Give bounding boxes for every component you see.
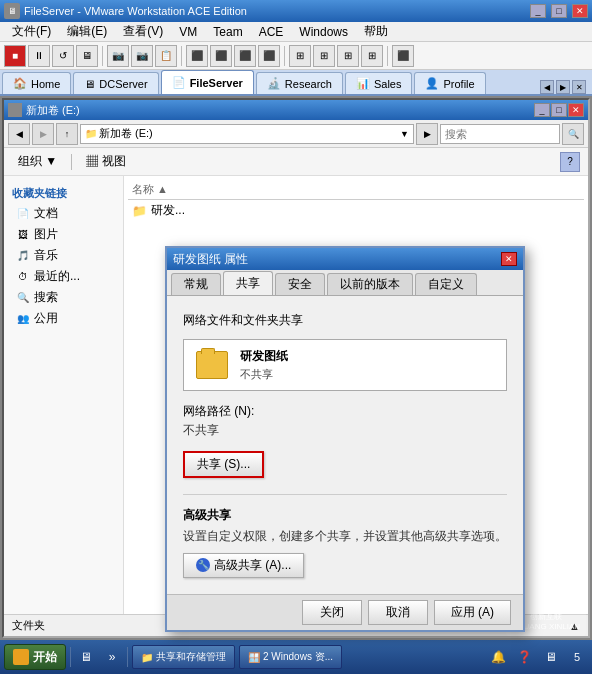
- taskbar-icon-3[interactable]: 🖥: [540, 646, 562, 668]
- tab-dcserver[interactable]: 🖥 DCServer: [73, 72, 158, 94]
- dialog-tab-previous[interactable]: 以前的版本: [327, 273, 413, 295]
- network-path-value: 不共享: [183, 422, 507, 439]
- share-button[interactable]: 共享 (S)...: [183, 451, 264, 478]
- share-status-text: 不共享: [240, 367, 288, 382]
- tab-next[interactable]: ▶: [556, 80, 570, 94]
- toolbar-btn-5[interactable]: 📷: [107, 45, 129, 67]
- share-folder-info: 研发图纸 不共享: [240, 348, 288, 382]
- start-icon: [13, 649, 29, 665]
- dialog-tab-sharing[interactable]: 共享: [223, 271, 273, 295]
- tab-sales[interactable]: 📊 Sales: [345, 72, 413, 94]
- toolbar-btn-8[interactable]: ⬛: [186, 45, 208, 67]
- taskbar-arrow[interactable]: »: [101, 646, 123, 668]
- dialog-tab-bar: 常规 共享 安全 以前的版本 自定义: [167, 270, 523, 296]
- dialog-close-button[interactable]: 关闭: [302, 600, 362, 625]
- profile-icon: 👤: [425, 77, 439, 90]
- taskbar-btn-sharing[interactable]: 📁 共享和存储管理: [132, 645, 235, 669]
- taskbar-btn-windows[interactable]: 🪟 2 Windows 资...: [239, 645, 342, 669]
- sales-icon: 📊: [356, 77, 370, 90]
- toolbar-btn-16[interactable]: ⬛: [392, 45, 414, 67]
- tab-close[interactable]: ✕: [572, 80, 586, 94]
- tab-more: ◀ ▶ ✕: [536, 80, 590, 94]
- start-button[interactable]: 开始: [4, 644, 66, 670]
- advanced-section-title: 高级共享: [183, 507, 507, 524]
- menu-team[interactable]: Team: [205, 23, 250, 41]
- toolbar-btn-6[interactable]: 📷: [131, 45, 153, 67]
- maximize-button[interactable]: □: [551, 4, 567, 18]
- dialog-properties: 研发图纸 属性 ✕ 常规 共享 安全 以前的版本 自定义 网络文件和文件夹共享: [165, 246, 525, 632]
- title-bar: 🖥 FileServer - VMware Workstation ACE Ed…: [0, 0, 592, 22]
- share-info-box: 研发图纸 不共享: [183, 339, 507, 391]
- tab-fileserver[interactable]: 📄 FileServer: [161, 70, 254, 94]
- toolbar-btn-4[interactable]: 🖥: [76, 45, 98, 67]
- advanced-desc: 设置自定义权限，创建多个共享，并设置其他高级共享选项。: [183, 528, 507, 545]
- app-icon: 🖥: [4, 3, 20, 19]
- taskbar-sound-icon[interactable]: ❓: [514, 646, 536, 668]
- menu-help[interactable]: 帮助: [356, 21, 396, 42]
- network-path-label: 网络路径 (N):: [183, 403, 507, 420]
- tab-home[interactable]: 🏠 Home: [2, 72, 71, 94]
- fileserver-icon: 📄: [172, 76, 186, 89]
- windows-icon: 🪟: [248, 652, 260, 663]
- dialog-content: 网络文件和文件夹共享 研发图纸 不共享 网络路径 (N): 不共享 共享 (S)…: [167, 296, 523, 594]
- advanced-section: 高级共享 设置自定义权限，创建多个共享，并设置其他高级共享选项。 🔧 高级共享 …: [183, 494, 507, 578]
- advanced-icon: 🔧: [196, 558, 210, 572]
- toolbar-btn-9[interactable]: ⬛: [210, 45, 232, 67]
- menu-ace[interactable]: ACE: [251, 23, 292, 41]
- menu-view[interactable]: 查看(V): [115, 21, 171, 42]
- menu-bar: 文件(F) 编辑(E) 查看(V) VM Team ACE Windows 帮助: [0, 22, 592, 42]
- dialog-cancel-button[interactable]: 取消: [368, 600, 428, 625]
- tab-research[interactable]: 🔬 Research: [256, 72, 343, 94]
- toolbar-btn-2[interactable]: ⏸: [28, 45, 50, 67]
- clock: 5: [566, 651, 588, 663]
- dialog-close-btn[interactable]: ✕: [501, 252, 517, 266]
- research-icon: 🔬: [267, 77, 281, 90]
- dialog-tab-general[interactable]: 常规: [171, 273, 221, 295]
- menu-edit[interactable]: 编辑(E): [59, 21, 115, 42]
- dialog-tab-security[interactable]: 安全: [275, 273, 325, 295]
- toolbar-btn-11[interactable]: ⬛: [258, 45, 280, 67]
- menu-windows[interactable]: Windows: [291, 23, 356, 41]
- modal-overlay: 研发图纸 属性 ✕ 常规 共享 安全 以前的版本 自定义 网络文件和文件夹共享: [0, 96, 592, 640]
- taskbar-right: 🔔 ❓ 🖥 5: [488, 646, 588, 668]
- toolbar-btn-10[interactable]: ⬛: [234, 45, 256, 67]
- toolbar-btn-7[interactable]: 📋: [155, 45, 177, 67]
- toolbar-btn-3[interactable]: ↺: [52, 45, 74, 67]
- dcserver-icon: 🖥: [84, 78, 95, 90]
- toolbar-btn-15[interactable]: ⊞: [361, 45, 383, 67]
- taskbar-show-desktop[interactable]: 🖥: [75, 646, 97, 668]
- toolbar-btn-13[interactable]: ⊞: [313, 45, 335, 67]
- share-folder-name: 研发图纸: [240, 348, 288, 365]
- dialog-apply-button[interactable]: 应用 (A): [434, 600, 511, 625]
- menu-file[interactable]: 文件(F): [4, 21, 59, 42]
- dialog-tab-custom[interactable]: 自定义: [415, 273, 477, 295]
- taskbar: 开始 🖥 » 📁 共享和存储管理 🪟 2 Windows 资... 🔔 ❓ 🖥 …: [0, 640, 592, 674]
- sharing-icon: 📁: [141, 652, 153, 663]
- toolbar-btn-12[interactable]: ⊞: [289, 45, 311, 67]
- dialog-buttons: 关闭 取消 应用 (A): [167, 594, 523, 630]
- menu-vm[interactable]: VM: [171, 23, 205, 41]
- sharing-section-title: 网络文件和文件夹共享: [183, 312, 507, 329]
- home-icon: 🏠: [13, 77, 27, 90]
- window-title: FileServer - VMware Workstation ACE Edit…: [24, 5, 525, 17]
- toolbar-btn-1[interactable]: ■: [4, 45, 26, 67]
- dialog-title-bar: 研发图纸 属性 ✕: [167, 248, 523, 270]
- tab-bar: 🏠 Home 🖥 DCServer 📄 FileServer 🔬 Researc…: [0, 70, 592, 96]
- tab-profile[interactable]: 👤 Profile: [414, 72, 485, 94]
- taskbar-network-icon[interactable]: 🔔: [488, 646, 510, 668]
- toolbar: ■ ⏸ ↺ 🖥 📷 📷 📋 ⬛ ⬛ ⬛ ⬛ ⊞ ⊞ ⊞ ⊞ ⬛: [0, 42, 592, 70]
- tab-prev[interactable]: ◀: [540, 80, 554, 94]
- folder-large-icon: [196, 351, 228, 379]
- minimize-button[interactable]: _: [530, 4, 546, 18]
- advanced-share-button[interactable]: 🔧 高级共享 (A)...: [183, 553, 304, 578]
- toolbar-btn-14[interactable]: ⊞: [337, 45, 359, 67]
- close-button[interactable]: ✕: [572, 4, 588, 18]
